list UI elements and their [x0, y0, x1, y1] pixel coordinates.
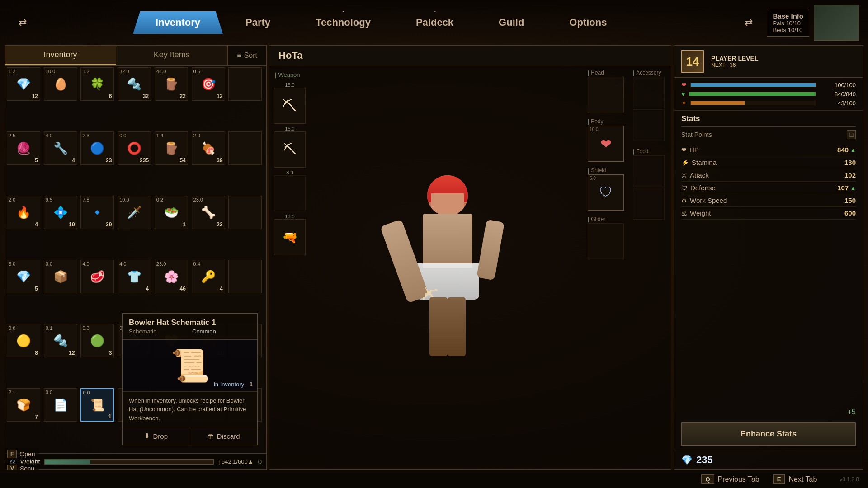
swap-right-button[interactable]: ⇄	[735, 9, 762, 36]
slot-item-icon: 📦	[49, 265, 72, 288]
head-equip-box[interactable]	[588, 77, 624, 113]
inv-slot-11[interactable]: 1.4🪵54	[155, 131, 188, 165]
stat-points-row: Stat Points □	[681, 130, 856, 139]
inv-slot-29[interactable]: 0.1🔩12	[44, 324, 77, 357]
inv-tab-keyitems[interactable]: Key Items	[116, 46, 227, 65]
tooltip-title: Bowler Hat Schematic 1	[129, 318, 216, 327]
stat-row-stamina: ⚡Stamina130	[681, 156, 856, 169]
weapon-box-4[interactable]: 🔫	[274, 219, 306, 255]
food-box-1[interactable]	[633, 155, 665, 187]
inv-slot-2[interactable]: 1.2🍀6	[80, 67, 114, 101]
slot-weight-label: 2.5	[9, 133, 15, 138]
inv-slot-23[interactable]: 4.0🥩	[80, 260, 114, 293]
inv-slot-35[interactable]: 2.1🍞7	[7, 388, 40, 422]
previous-tab-button[interactable]: Q Previous Tab	[701, 474, 759, 484]
weight-bar: ⚖ Weight | 542.1/600▲ 0	[5, 453, 266, 469]
inv-slot-8[interactable]: 4.0🔧4	[44, 131, 77, 165]
weapon-box-1[interactable]: ⛏	[274, 88, 306, 124]
drop-button[interactable]: ⬇ Drop	[123, 427, 190, 445]
food-slot: | Food	[633, 148, 668, 220]
inv-slot-18[interactable]: 0.2🥗1	[155, 196, 188, 229]
inv-slot-1[interactable]: 10.0🥚	[44, 67, 77, 101]
enhance-stats-button[interactable]: Enhance Stats	[681, 422, 856, 446]
minimap-thumb	[814, 5, 859, 41]
inv-slot-16[interactable]: 7.8🔹39	[80, 196, 114, 229]
inv-slot-17[interactable]: 10.0🗡️	[118, 196, 151, 229]
slot-count-label: 46	[179, 286, 185, 292]
shield-label: | Shield	[588, 167, 606, 174]
weapon-box-3[interactable]	[274, 175, 306, 211]
inv-slot-0[interactable]: 1.2💎12	[7, 67, 40, 101]
weapon-icon-1: ⛏	[283, 98, 297, 114]
inv-slot-10[interactable]: 0.0⭕235	[118, 131, 151, 165]
stat-arrow-defense: ▲	[850, 185, 856, 191]
inv-slot-24[interactable]: 4.0👕4	[118, 260, 151, 293]
inv-slot-9[interactable]: 2.3🔵23	[80, 131, 114, 165]
tooltip-actions: ⬇ Drop 🗑 Discard	[123, 427, 257, 445]
inv-slot-30[interactable]: 0.3🟢3	[80, 324, 114, 357]
inv-slot-21[interactable]: 5.0💎5	[7, 260, 40, 293]
slot-weight-label: 4.0	[46, 133, 52, 138]
swap-button[interactable]: ⇄	[9, 9, 36, 36]
food-box-2[interactable]	[633, 188, 665, 220]
inv-slot-19[interactable]: 23.0🦴23	[192, 196, 225, 229]
shortcut-f-key: F	[7, 450, 17, 458]
accessory-box-1[interactable]	[633, 77, 665, 108]
slot-count-label: 39	[217, 157, 222, 164]
tab-technology-label: Technology	[316, 17, 371, 28]
inv-slot-27[interactable]	[228, 260, 262, 293]
inv-tab-inventory[interactable]: Inventory	[5, 46, 116, 65]
version-label: v0.1.2.0	[840, 476, 859, 483]
next-tab-button[interactable]: E Next Tab	[773, 474, 817, 484]
stat-icon-stamina: ⚡	[681, 159, 689, 166]
slot-item-icon: 🪵	[160, 73, 183, 95]
glider-equip-box[interactable]	[588, 223, 624, 259]
shield-equip-box[interactable]: 5.0 🛡	[588, 174, 624, 211]
stats-title: Stats	[681, 114, 856, 127]
inv-slot-26[interactable]: 0.4🔑4	[192, 260, 225, 293]
tooltip-sub: Schematic Common	[129, 328, 216, 335]
accessory-box-2[interactable]	[633, 109, 665, 141]
inv-slot-5[interactable]: 0.5🎯12	[192, 67, 225, 101]
discard-button[interactable]: 🗑 Discard	[190, 427, 258, 445]
inv-slot-13[interactable]	[228, 131, 262, 165]
weight-zero: 0	[258, 458, 262, 465]
weapon-box-2[interactable]: ⛏	[274, 131, 306, 168]
right-equip-column: | Head | Body 10.0 ❤	[585, 66, 630, 469]
inv-slot-37[interactable]: 0.0📜1	[80, 388, 114, 422]
sp-value: 43/100	[820, 100, 856, 107]
stat-num-work speed: 150	[844, 197, 856, 204]
slot-item-icon: 🔧	[49, 137, 72, 160]
inv-slot-36[interactable]: 0.0📄	[44, 388, 77, 422]
body-equip-box[interactable]: 10.0 ❤	[588, 126, 624, 162]
sort-button[interactable]: ≡ Sort	[227, 46, 266, 65]
inv-slot-12[interactable]: 2.0🍖39	[192, 131, 225, 165]
stat-label-work speed: Work Speed	[690, 197, 727, 204]
paldeck-icon: ◆	[432, 3, 438, 13]
tab-technology[interactable]: ◆ Technology	[293, 11, 393, 34]
tab-party[interactable]: Party	[223, 11, 293, 34]
body-pipe-icon: |	[588, 118, 589, 125]
inv-slot-7[interactable]: 2.5🧶5	[7, 131, 40, 165]
slot-item-icon: 📄	[49, 394, 72, 416]
inv-slot-3[interactable]: 32.0🔩32	[118, 67, 151, 101]
inv-slot-14[interactable]: 2.0🔥4	[7, 196, 40, 229]
tab-options[interactable]: Options	[547, 11, 629, 34]
tooltip-rarity: Common	[192, 328, 216, 335]
inv-slot-4[interactable]: 44.0🪵22	[155, 67, 188, 101]
stamina-value: 840/840	[820, 91, 856, 98]
tab-inventory[interactable]: Inventory	[133, 11, 223, 34]
stat-row-defense: 🛡Defense107▲	[681, 182, 856, 194]
tab-paldeck[interactable]: ◆ Paldeck	[393, 11, 476, 34]
inv-slot-15[interactable]: 9.5💠19	[44, 196, 77, 229]
base-info-panel: Base Info Pals 10/10 Beds 10/10	[767, 9, 809, 37]
tab-guild[interactable]: S Guild	[476, 11, 547, 34]
slot-item-icon: 🌸	[160, 265, 183, 288]
inv-slot-20[interactable]	[228, 196, 262, 229]
food-label: | Food	[633, 148, 648, 155]
inv-slot-6[interactable]	[228, 67, 262, 101]
inv-slot-22[interactable]: 0.0📦	[44, 260, 77, 293]
inv-slot-25[interactable]: 23.0🌸46	[155, 260, 188, 293]
slot-weight-label: 0.0	[83, 390, 90, 395]
inv-slot-28[interactable]: 0.8🟡8	[7, 324, 40, 357]
